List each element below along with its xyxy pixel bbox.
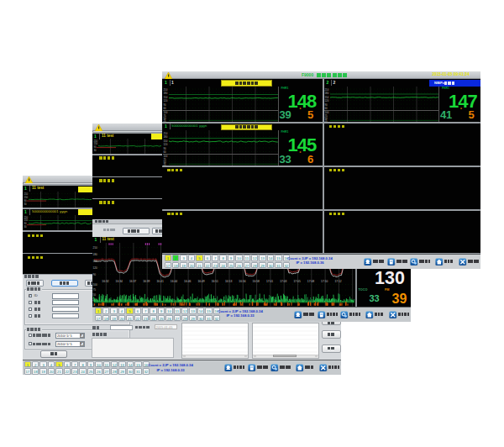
svg-text:120: 120	[325, 99, 329, 103]
svg-text:16:49: 16:49	[197, 280, 204, 283]
svg-text:16:46: 16:46	[184, 280, 191, 283]
svg-text:210: 210	[163, 87, 167, 91]
svg-text:25: 25	[325, 119, 328, 122]
svg-text:210: 210	[325, 87, 329, 91]
svg-text:17:01: 17:01	[266, 280, 273, 283]
svg-text:60: 60	[163, 150, 166, 154]
svg-text:17:12: 17:12	[334, 280, 341, 283]
svg-text:150: 150	[325, 95, 329, 98]
svg-text:60: 60	[163, 107, 166, 110]
svg-text:16:41: 16:41	[157, 280, 164, 283]
svg-text:180: 180	[163, 92, 167, 95]
svg-text:150: 150	[163, 95, 167, 98]
svg-text:75: 75	[93, 288, 97, 292]
svg-text:120: 120	[163, 143, 167, 146]
svg-text:120: 120	[93, 266, 98, 270]
svg-text:50: 50	[93, 293, 97, 297]
svg-text:30: 30	[93, 149, 97, 152]
svg-text:90: 90	[163, 103, 166, 106]
svg-text:150: 150	[163, 139, 167, 143]
svg-text:16:44: 16:44	[171, 280, 177, 283]
svg-text:30: 30	[24, 225, 27, 229]
svg-text:16:56: 16:56	[239, 280, 245, 283]
svg-text:90: 90	[163, 147, 166, 150]
svg-text:17:10: 17:10	[321, 280, 328, 283]
svg-text:16:53: 16:53	[225, 280, 232, 283]
svg-text:90: 90	[93, 273, 97, 276]
svg-text:16:37: 16:37	[129, 280, 136, 283]
svg-text:16:32: 16:32	[102, 280, 108, 283]
svg-text:17:05: 17:05	[294, 280, 301, 283]
svg-text:30: 30	[24, 202, 27, 206]
svg-text:16:39: 16:39	[143, 280, 150, 283]
svg-text:16:51: 16:51	[212, 280, 218, 283]
svg-text:180: 180	[325, 92, 329, 95]
svg-text:210: 210	[163, 132, 167, 135]
svg-text:16:58: 16:58	[253, 280, 260, 283]
svg-text:120: 120	[163, 99, 167, 103]
svg-text:25: 25	[163, 163, 166, 166]
svg-text:100: 100	[93, 283, 98, 287]
svg-text:90: 90	[325, 103, 328, 106]
svg-text:17:08: 17:08	[307, 280, 314, 283]
svg-text:17:03: 17:03	[280, 280, 286, 283]
svg-text:210: 210	[93, 246, 98, 250]
svg-text:16:34: 16:34	[116, 280, 123, 283]
svg-text:180: 180	[163, 135, 167, 139]
svg-text:60: 60	[325, 107, 328, 110]
svg-text:180: 180	[93, 253, 98, 256]
svg-text:25: 25	[163, 119, 166, 122]
